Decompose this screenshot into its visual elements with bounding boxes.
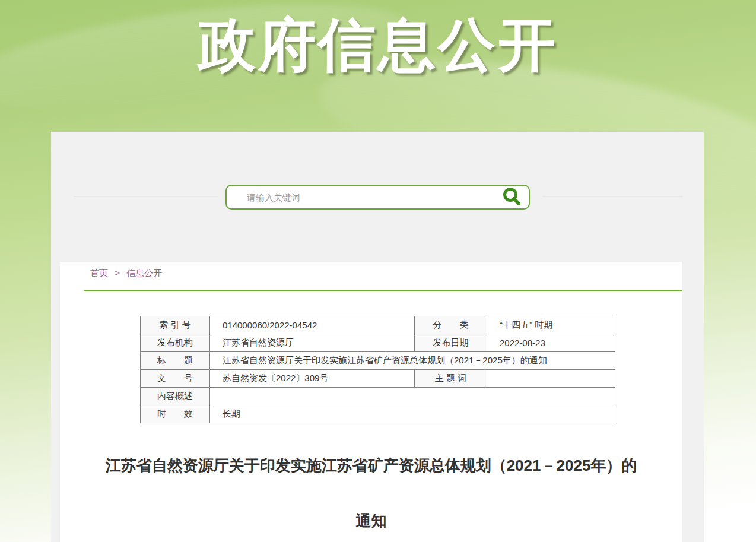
content-summary-value (210, 388, 615, 405)
category-value: “十四五” 时期 (487, 316, 615, 334)
title-label: 标 题 (141, 352, 210, 370)
table-row: 标 题 江苏省自然资源厅关于印发实施江苏省矿产资源总体规划（2021－2025年… (141, 352, 615, 370)
article-title: 江苏省自然资源厅关于印发实施江苏省矿产资源总体规划（2021－2025年）的 通… (60, 426, 682, 531)
table-row: 文 号 苏自然资发〔2022〕309号 主 题 词 (141, 370, 615, 388)
subject-words-label: 主 题 词 (415, 370, 487, 388)
content-summary-label: 内容概述 (141, 388, 210, 405)
divider-line (74, 196, 218, 197)
breadcrumb: 首页 > 信息公开 (90, 268, 162, 279)
table-row: 时 效 长期 (141, 405, 615, 423)
publish-date-label: 发布日期 (415, 334, 487, 352)
table-row: 索 引 号 014000060/2022-04542 分 类 “十四五” 时期 (141, 316, 615, 334)
search-input[interactable] (227, 186, 495, 208)
table-row: 发布机构 江苏省自然资源厅 发布日期 2022-08-23 (141, 334, 615, 352)
article-title-line1: 江苏省自然资源厅关于印发实施江苏省矿产资源总体规划（2021－2025年）的 (60, 455, 682, 476)
search-box (225, 185, 530, 210)
divider-line (542, 196, 683, 197)
content-panel: 首页 > 信息公开 索 引 号 014000060/2022-04542 分 类… (51, 132, 704, 542)
article-panel: 首页 > 信息公开 索 引 号 014000060/2022-04542 分 类… (60, 262, 682, 542)
title-value: 江苏省自然资源厅关于印发实施江苏省矿产资源总体规划（2021－2025年）的通知 (210, 352, 615, 370)
validity-value: 长期 (210, 405, 615, 423)
article-title-line2: 通知 (60, 511, 682, 531)
publish-date-value: 2022-08-23 (487, 334, 615, 352)
page-banner-title: 政府信息公开 (0, 7, 756, 85)
doc-number-value: 苏自然资发〔2022〕309号 (210, 370, 415, 388)
table-row: 内容概述 (141, 388, 615, 405)
breadcrumb-separator: > (115, 268, 120, 278)
category-label: 分 类 (415, 316, 487, 334)
issuing-agency-value: 江苏省自然资源厅 (210, 334, 415, 352)
search-button[interactable] (495, 186, 529, 208)
issuing-agency-label: 发布机构 (141, 334, 210, 352)
validity-label: 时 效 (141, 405, 210, 423)
search-icon (501, 186, 523, 208)
breadcrumb-home-link[interactable]: 首页 (90, 268, 108, 278)
breadcrumb-underline (84, 290, 682, 291)
index-number-label: 索 引 号 (141, 316, 210, 334)
subject-words-value (487, 370, 615, 388)
breadcrumb-current-link[interactable]: 信息公开 (126, 268, 162, 278)
document-info-table: 索 引 号 014000060/2022-04542 分 类 “十四五” 时期 … (140, 316, 615, 423)
doc-number-label: 文 号 (141, 370, 210, 388)
index-number-value: 014000060/2022-04542 (210, 316, 415, 334)
